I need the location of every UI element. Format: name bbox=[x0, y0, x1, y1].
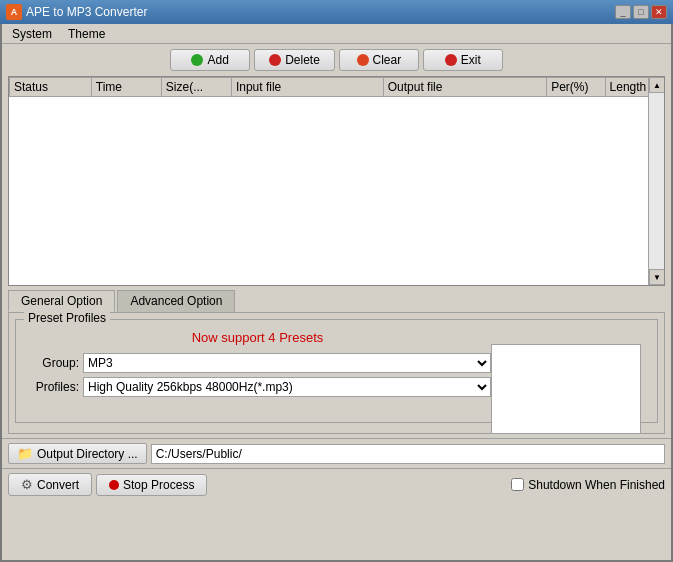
exit-button[interactable]: Exit bbox=[423, 49, 503, 71]
file-table: Status Time Size(... Input file Output f… bbox=[9, 77, 664, 97]
stop-icon bbox=[109, 480, 119, 490]
scroll-up-arrow[interactable]: ▲ bbox=[649, 77, 665, 93]
main-window: System Theme Add Delete Clear Exit Statu… bbox=[0, 24, 673, 562]
add-icon bbox=[191, 54, 203, 66]
stop-process-button[interactable]: Stop Process bbox=[96, 474, 207, 496]
profiles-label: Profiles: bbox=[24, 380, 79, 394]
menu-bar: System Theme bbox=[2, 24, 671, 44]
file-list-area bbox=[9, 97, 664, 282]
col-size: Size(... bbox=[161, 78, 231, 97]
preset-profiles-group: Preset Profiles Now support 4 Presets Gr… bbox=[15, 319, 658, 423]
folder-icon: 📁 bbox=[17, 446, 33, 461]
convert-button[interactable]: ⚙ Convert bbox=[8, 473, 92, 496]
tab-advanced[interactable]: Advanced Option bbox=[117, 290, 235, 312]
col-time: Time bbox=[91, 78, 161, 97]
vertical-scrollbar[interactable]: ▲ ▼ bbox=[648, 77, 664, 285]
col-input: Input file bbox=[231, 78, 383, 97]
tab-general[interactable]: General Option bbox=[8, 290, 115, 312]
gear-icon: ⚙ bbox=[21, 477, 33, 492]
convert-label: Convert bbox=[37, 478, 79, 492]
col-per: Per(%) bbox=[547, 78, 605, 97]
output-dir-button[interactable]: 📁 Output Directory ... bbox=[8, 443, 147, 464]
scroll-down-arrow[interactable]: ▼ bbox=[649, 269, 665, 285]
scroll-track bbox=[649, 93, 664, 269]
clear-button[interactable]: Clear bbox=[339, 49, 419, 71]
shutdown-area: Shutdown When Finished bbox=[511, 478, 665, 492]
title-bar-left: A APE to MP3 Converter bbox=[6, 4, 147, 20]
group-box-legend: Preset Profiles bbox=[24, 311, 110, 325]
app-title: APE to MP3 Converter bbox=[26, 5, 147, 19]
close-button[interactable]: ✕ bbox=[651, 5, 667, 19]
profiles-row: Profiles: High Quality 256kbps 48000Hz(*… bbox=[24, 377, 491, 397]
clear-label: Clear bbox=[373, 53, 402, 67]
preset-support-text: Now support 4 Presets bbox=[24, 330, 491, 345]
app-icon: A bbox=[6, 4, 22, 20]
options-panel: General Option Advanced Option Preset Pr… bbox=[8, 290, 665, 434]
delete-label: Delete bbox=[285, 53, 320, 67]
menu-theme[interactable]: Theme bbox=[62, 26, 111, 42]
group-label: Group: bbox=[24, 356, 79, 370]
shutdown-label: Shutdown When Finished bbox=[528, 478, 665, 492]
stop-label: Stop Process bbox=[123, 478, 194, 492]
delete-button[interactable]: Delete bbox=[254, 49, 335, 71]
output-path-input[interactable] bbox=[151, 444, 665, 464]
col-output: Output file bbox=[383, 78, 547, 97]
bottom-bar: ⚙ Convert Stop Process Shutdown When Fin… bbox=[2, 468, 671, 500]
title-controls: _ □ ✕ bbox=[615, 5, 667, 19]
title-bar: A APE to MP3 Converter _ □ ✕ bbox=[0, 0, 673, 24]
tab-content: Preset Profiles Now support 4 Presets Gr… bbox=[8, 312, 665, 434]
add-label: Add bbox=[207, 53, 228, 67]
minimize-button[interactable]: _ bbox=[615, 5, 631, 19]
add-button[interactable]: Add bbox=[170, 49, 250, 71]
exit-label: Exit bbox=[461, 53, 481, 67]
restore-button[interactable]: □ bbox=[633, 5, 649, 19]
toolbar: Add Delete Clear Exit bbox=[2, 44, 671, 76]
table-header: Status Time Size(... Input file Output f… bbox=[10, 78, 664, 97]
preset-form: Now support 4 Presets Group: MP3AACWMAOG… bbox=[24, 324, 491, 414]
clear-icon bbox=[357, 54, 369, 66]
group-row: Group: MP3AACWMAOGG bbox=[24, 353, 491, 373]
tab-bar: General Option Advanced Option bbox=[8, 290, 665, 312]
output-dir-label: Output Directory ... bbox=[37, 447, 138, 461]
output-dir-row: 📁 Output Directory ... bbox=[2, 438, 671, 468]
file-table-container: Status Time Size(... Input file Output f… bbox=[8, 76, 665, 286]
menu-system[interactable]: System bbox=[6, 26, 58, 42]
delete-icon bbox=[269, 54, 281, 66]
col-status: Status bbox=[10, 78, 92, 97]
profiles-select[interactable]: High Quality 256kbps 48000Hz(*.mp3)Stand… bbox=[83, 377, 491, 397]
exit-icon bbox=[445, 54, 457, 66]
preset-preview bbox=[491, 344, 641, 434]
shutdown-checkbox[interactable] bbox=[511, 478, 524, 491]
group-select[interactable]: MP3AACWMAOGG bbox=[83, 353, 491, 373]
